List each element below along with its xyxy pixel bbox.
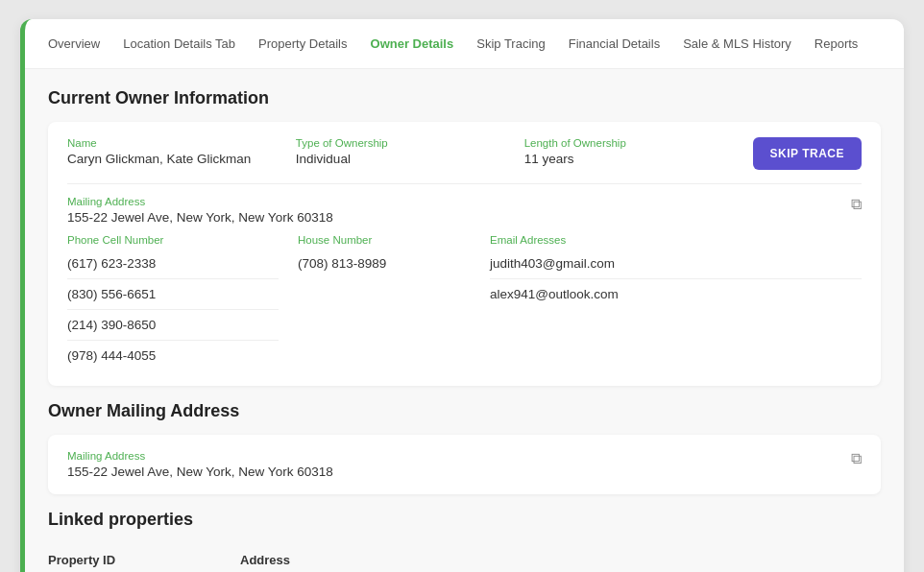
contact-columns: Phone Cell Number (617) 623-2338 (830) 5… [67,234,862,370]
current-owner-section: Current Owner Information Name Caryn Gli… [48,88,881,386]
phone-2: (830) 556-6651 [67,279,279,310]
current-owner-title: Current Owner Information [48,88,881,108]
phone-label: Phone Cell Number [67,234,279,246]
skip-trace-button[interactable]: SKIP TRACE [753,137,862,170]
copy-owner-mailing-icon[interactable]: ⧉ [851,450,862,467]
ownership-length-col: Length of Ownership 11 years [524,137,734,166]
linked-properties-section: Linked properties Property ID Address [48,510,881,572]
owner-mailing-title: Owner Mailing Address [48,401,881,421]
mailing-address-row: Mailing Address 155-22 Jewel Ave, New Yo… [67,196,862,225]
email-1: judith403@gmail.com [490,249,862,279]
owner-mailing-label: Mailing Address [67,450,333,462]
ownership-length-label: Length of Ownership [524,137,734,149]
nav-item-overview[interactable]: Overview [48,19,111,69]
email-2: alex941@outlook.com [490,279,862,309]
phone-3: (214) 390-8650 [67,310,279,341]
linked-properties-title: Linked properties [48,510,881,530]
current-owner-card: Name Caryn Glickman, Kate Glickman Type … [48,122,881,386]
ownership-type-label: Type of Ownership [296,137,505,149]
owner-mailing-value: 155-22 Jewel Ave, New York, New York 603… [67,465,333,479]
email-col: Email Adresses judith403@gmail.com alex9… [490,234,862,370]
nav-item-location-details[interactable]: Location Details Tab [111,19,247,69]
nav-item-reports[interactable]: Reports [803,19,870,69]
owner-basic-info-row: Name Caryn Glickman, Kate Glickman Type … [67,137,862,170]
phone-1: (617) 623-2338 [67,249,279,279]
main-card: Overview Location Details Tab Property D… [20,19,904,572]
owner-mailing-card: Mailing Address 155-22 Jewel Ave, New Yo… [48,435,881,494]
main-content: Current Owner Information Name Caryn Gli… [25,69,904,572]
house-1: (708) 813-8989 [298,249,471,278]
house-col: House Number (708) 813-8989 [298,234,471,370]
phone-col: Phone Cell Number (617) 623-2338 (830) 5… [67,234,279,370]
owner-mailing-section: Owner Mailing Address Mailing Address 15… [48,401,881,494]
nav-item-property-details[interactable]: Property Details [247,19,358,69]
nav-item-owner-details[interactable]: Owner Details [359,19,466,69]
linked-properties-table-header: Property ID Address [48,543,881,572]
owner-name-label: Name [67,137,277,149]
ownership-type-col: Type of Ownership Individual [296,137,505,166]
mailing-address-col: Mailing Address 155-22 Jewel Ave, New Yo… [67,196,333,225]
ownership-type-value: Individual [296,152,505,166]
owner-name-col: Name Caryn Glickman, Kate Glickman [67,137,277,166]
owner-name-value: Caryn Glickman, Kate Glickman [67,152,277,166]
house-label: House Number [298,234,471,246]
ownership-length-value: 11 years [524,152,734,166]
email-label: Email Adresses [490,234,862,246]
top-nav: Overview Location Details Tab Property D… [25,19,904,69]
nav-item-sale-mls-history[interactable]: Sale & MLS History [671,19,803,69]
col-address: Address [240,553,881,567]
phone-4: (978) 444-4055 [67,341,279,370]
col-property-id: Property ID [48,553,240,567]
nav-item-skip-tracing[interactable]: Skip Tracing [465,19,557,69]
mailing-address-value: 155-22 Jewel Ave, New York, New York 603… [67,210,333,225]
owner-mailing-row: Mailing Address 155-22 Jewel Ave, New Yo… [67,450,862,479]
mailing-address-label: Mailing Address [67,196,333,207]
nav-item-financial-details[interactable]: Financial Details [557,19,671,69]
owner-mailing-col: Mailing Address 155-22 Jewel Ave, New Yo… [67,450,333,479]
copy-mailing-icon[interactable]: ⧉ [851,196,862,213]
